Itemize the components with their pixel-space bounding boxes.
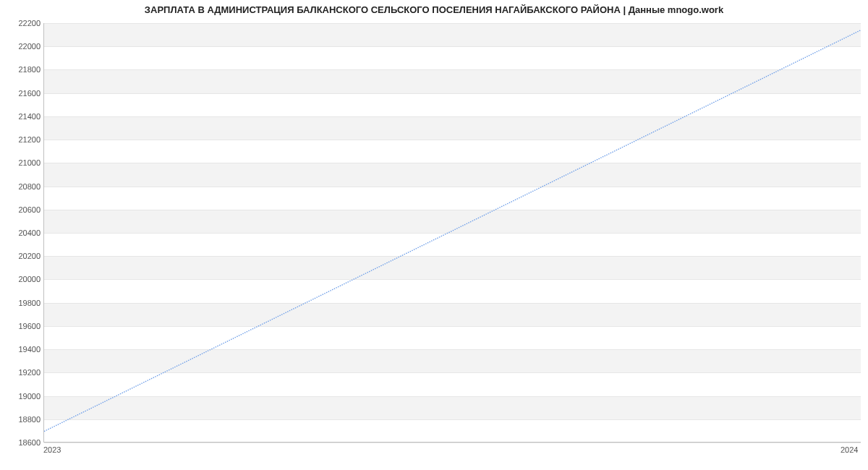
y-tick-label: 21600 xyxy=(4,89,41,98)
y-tick-label: 21200 xyxy=(4,135,41,144)
line-series xyxy=(44,23,861,442)
y-tick-label: 21800 xyxy=(4,65,41,74)
y-tick-label: 19200 xyxy=(4,368,41,377)
chart-title: ЗАРПЛАТА В АДМИНИСТРАЦИЯ БАЛКАНСКОГО СЕЛ… xyxy=(0,4,868,15)
y-tick-label: 20800 xyxy=(4,182,41,191)
y-tick-label: 20400 xyxy=(4,228,41,237)
y-tick-label: 18800 xyxy=(4,415,41,424)
y-tick-label: 19600 xyxy=(4,322,41,330)
y-tick-label: 21000 xyxy=(4,158,41,167)
y-tick-label: 19000 xyxy=(4,392,41,401)
y-tick-label: 22000 xyxy=(4,42,41,51)
plot-area xyxy=(43,23,861,443)
y-tick-label: 19800 xyxy=(4,299,41,307)
x-tick-label: 2024 xyxy=(841,445,858,454)
y-tick-label: 20600 xyxy=(4,205,41,214)
y-tick-label: 21400 xyxy=(4,112,41,121)
y-tick-label: 19400 xyxy=(4,345,41,354)
y-tick-label: 20200 xyxy=(4,252,41,260)
y-tick-label: 18600 xyxy=(4,438,41,447)
svg-line-0 xyxy=(44,30,861,432)
y-tick-label: 20000 xyxy=(4,275,41,283)
chart-container: ЗАРПЛАТА В АДМИНИСТРАЦИЯ БАЛКАНСКОГО СЕЛ… xyxy=(0,0,868,470)
gridline xyxy=(44,443,861,443)
x-tick-label: 2023 xyxy=(43,445,61,454)
y-tick-label: 22200 xyxy=(4,19,41,27)
